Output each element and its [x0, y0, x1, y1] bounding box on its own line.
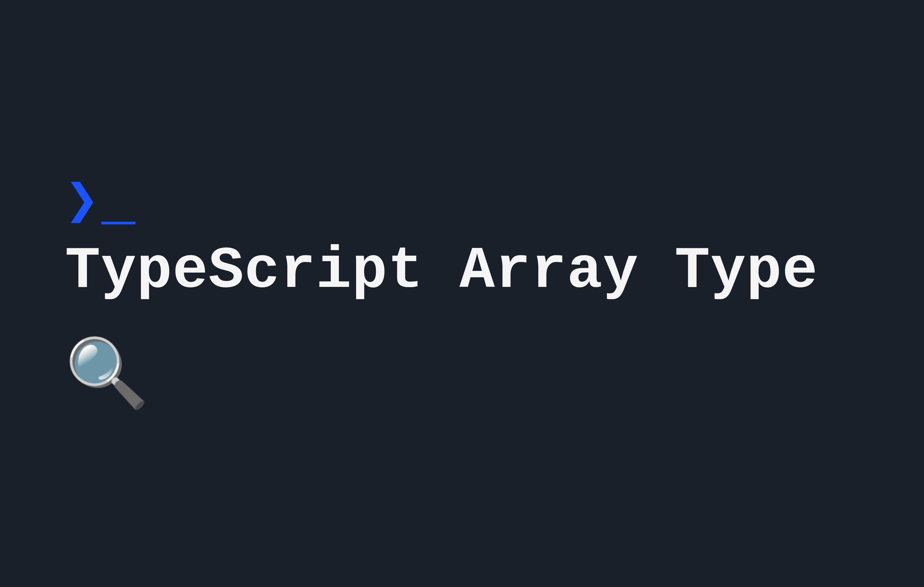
page-title: TypeScript Array Type — [65, 232, 818, 311]
title-line: ❯ _ TypeScript Array Type — [65, 175, 876, 311]
magnifier-icon: 🔍 — [65, 345, 149, 412]
underscore-cursor-icon: _ — [101, 175, 135, 232]
title-card: ❯ _ TypeScript Array Type 🔍 — [65, 175, 876, 412]
chevron-prompt-icon: ❯ — [65, 175, 94, 232]
terminal-prompt-prefix: ❯ _ — [65, 175, 135, 232]
icon-row: 🔍 — [65, 345, 876, 412]
